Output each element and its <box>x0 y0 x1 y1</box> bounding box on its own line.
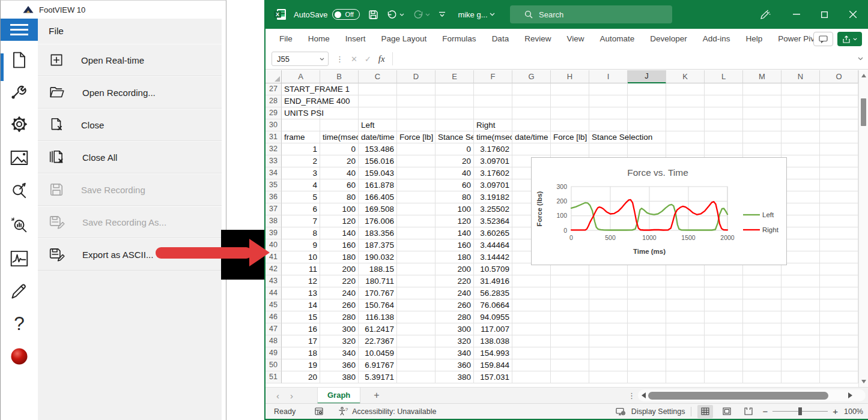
cell-G50[interactable] <box>512 359 551 371</box>
cell-M49[interactable] <box>743 347 782 359</box>
cell-N37[interactable] <box>782 203 820 215</box>
name-box-chevron-icon[interactable] <box>320 58 324 61</box>
cell-M47[interactable] <box>743 323 782 335</box>
cell-M44[interactable] <box>743 287 782 299</box>
column-header-M[interactable]: M <box>743 70 782 83</box>
user-account-label[interactable]: mike g... <box>458 10 487 19</box>
ribbon-tab-formulas[interactable]: Formulas <box>434 29 484 49</box>
cell-K42[interactable] <box>666 263 705 275</box>
cell-C44[interactable]: 170.767 <box>359 287 397 299</box>
share-button[interactable] <box>837 32 862 46</box>
cell-J46[interactable] <box>628 311 666 323</box>
zoom-slider-track[interactable] <box>772 411 828 412</box>
cell-B30[interactable] <box>320 119 359 131</box>
cell-O39[interactable] <box>820 227 858 239</box>
accessibility-status-label[interactable]: Accessibility: Unavailable <box>352 407 436 416</box>
cell-L49[interactable] <box>705 347 743 359</box>
vertical-scrollbar[interactable] <box>858 70 868 387</box>
cell-F28[interactable] <box>474 95 512 107</box>
row-header-34[interactable]: 34 <box>266 167 282 179</box>
cell-K32[interactable] <box>666 143 705 155</box>
cell-L30[interactable] <box>705 119 743 131</box>
cell-K31[interactable] <box>666 131 705 143</box>
cell-G27[interactable] <box>512 83 551 95</box>
cell-N30[interactable] <box>782 119 820 131</box>
cell-O42[interactable] <box>820 263 858 275</box>
cell-E32[interactable]: 0 <box>436 143 474 155</box>
cell-D50[interactable] <box>397 359 436 371</box>
cell-D33[interactable] <box>397 155 436 167</box>
cell-O34[interactable] <box>820 167 858 179</box>
cell-E41[interactable]: 180 <box>436 251 474 263</box>
cell-L27[interactable] <box>705 83 743 95</box>
cell-D45[interactable] <box>397 299 436 311</box>
inspect-icon[interactable] <box>10 182 28 200</box>
cell-L32[interactable] <box>705 143 743 155</box>
cell-O50[interactable] <box>820 359 858 371</box>
cell-D46[interactable] <box>397 311 436 323</box>
accessibility-checker-icon[interactable]: ? <box>338 407 348 416</box>
cell-E39[interactable]: 140 <box>436 227 474 239</box>
cell-C38[interactable]: 176.006 <box>359 215 397 227</box>
cell-B43[interactable]: 220 <box>320 275 359 287</box>
cell-H46[interactable] <box>551 311 589 323</box>
cell-O31[interactable] <box>820 131 858 143</box>
cell-K30[interactable] <box>666 119 705 131</box>
cell-F29[interactable] <box>474 107 512 119</box>
cell-I42[interactable] <box>589 263 628 275</box>
cell-F50[interactable]: 159.844 <box>474 359 512 371</box>
cell-E49[interactable]: 340 <box>436 347 474 359</box>
horizontal-scrollbar[interactable] <box>638 389 866 401</box>
row-header-33[interactable]: 33 <box>266 155 282 167</box>
cell-J42[interactable] <box>628 263 666 275</box>
cell-I51[interactable] <box>589 371 628 383</box>
cell-C43[interactable]: 180.711 <box>359 275 397 287</box>
cell-A28[interactable]: END_FRAME 400 <box>282 95 320 107</box>
cell-B41[interactable]: 180 <box>320 251 359 263</box>
cell-M32[interactable] <box>743 143 782 155</box>
row-header-49[interactable]: 49 <box>266 347 282 359</box>
cell-D35[interactable] <box>397 179 436 191</box>
cell-E45[interactable]: 260 <box>436 299 474 311</box>
cell-C28[interactable] <box>359 95 397 107</box>
row-header-46[interactable]: 46 <box>266 311 282 323</box>
cell-O28[interactable] <box>820 95 858 107</box>
cell-G28[interactable] <box>512 95 551 107</box>
cell-O27[interactable] <box>820 83 858 95</box>
cell-H30[interactable] <box>551 119 589 131</box>
horizontal-scrollbar-thumb[interactable] <box>648 392 828 400</box>
cell-N44[interactable] <box>782 287 820 299</box>
cell-A27[interactable]: START_FRAME 1 <box>282 83 320 95</box>
cell-C31[interactable]: date/time <box>359 131 397 143</box>
cancel-entry-icon[interactable]: ✕ <box>351 55 357 64</box>
cell-A36[interactable]: 5 <box>282 191 320 203</box>
cell-L29[interactable] <box>705 107 743 119</box>
cell-B42[interactable]: 200 <box>320 263 359 275</box>
cell-M51[interactable] <box>743 371 782 383</box>
whats-new-megaphone-icon[interactable] <box>751 0 779 29</box>
cell-E29[interactable] <box>436 107 474 119</box>
cell-O35[interactable] <box>820 179 858 191</box>
zoom-level-label[interactable]: 100% <box>844 407 863 416</box>
formula-input[interactable] <box>393 49 858 69</box>
page-break-preview-button[interactable] <box>741 405 756 418</box>
page-layout-view-button[interactable] <box>719 405 735 418</box>
cell-D42[interactable] <box>397 263 436 275</box>
cell-E44[interactable]: 240 <box>436 287 474 299</box>
cell-B47[interactable]: 300 <box>320 323 359 335</box>
cell-F46[interactable]: 94.0955 <box>474 311 512 323</box>
column-header-K[interactable]: K <box>666 70 705 83</box>
cell-G49[interactable] <box>512 347 551 359</box>
cell-C45[interactable]: 150.764 <box>359 299 397 311</box>
cell-M29[interactable] <box>743 107 782 119</box>
cell-F31[interactable]: time(msec) <box>474 131 512 143</box>
cell-F47[interactable]: 117.007 <box>474 323 512 335</box>
comments-button[interactable] <box>813 32 833 46</box>
cell-N43[interactable] <box>782 275 820 287</box>
cell-G46[interactable] <box>512 311 551 323</box>
cell-B32[interactable]: 0 <box>320 143 359 155</box>
cell-B35[interactable]: 60 <box>320 179 359 191</box>
cell-D31[interactable]: Force [lb] <box>397 131 436 143</box>
name-box[interactable]: J55 <box>272 52 329 66</box>
cell-O40[interactable] <box>820 239 858 251</box>
